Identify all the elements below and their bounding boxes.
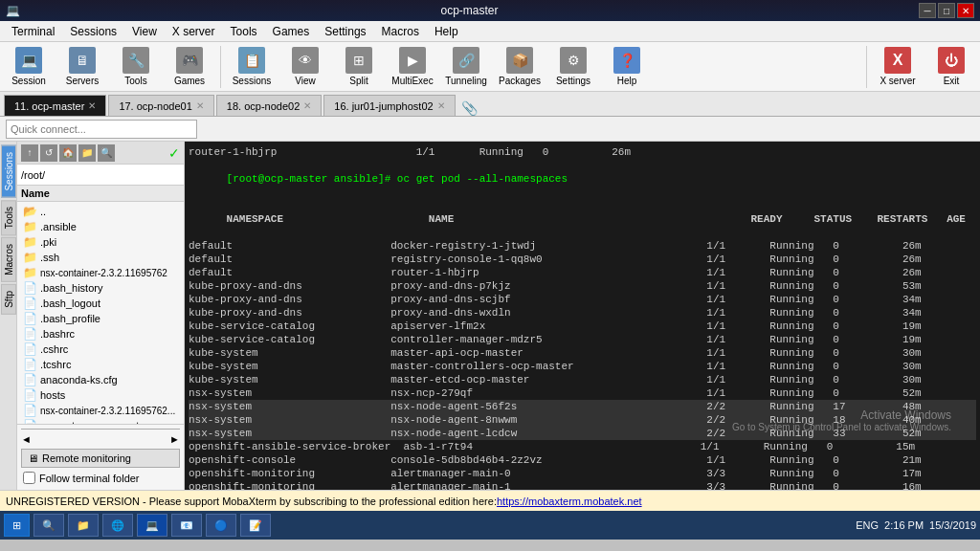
file-bash-profile-icon: 📄 <box>23 312 37 325</box>
toolbar: 💻 Session 🖥 Servers 🔧 Tools 🎮 Games 📋 Se… <box>0 42 980 92</box>
tab-ocp-node01-label: 17. ocp-node01 <box>119 100 191 112</box>
term-line-6: kube-proxy-and-dns proxy-and-dns-p7kjz 1… <box>189 279 976 293</box>
toolbar-packages[interactable]: 📦 Packages <box>495 45 545 88</box>
tree-item-nsx-container-file[interactable]: 📄 nsx-container-2.3.2.11695762... <box>19 403 182 418</box>
maximize-button[interactable]: □ <box>938 3 955 18</box>
follow-folder-checkbox[interactable] <box>23 472 35 484</box>
tab-ocp-node01[interactable]: 17. ocp-node01 ✕ <box>108 95 213 116</box>
file-anaconda-icon: 📄 <box>23 373 37 386</box>
menu-macros[interactable]: Macros <box>374 23 427 40</box>
tools-icon: 🔧 <box>122 47 149 74</box>
toolbar-sessions[interactable]: 📋 Sessions <box>227 45 277 88</box>
left-tab-sftp[interactable]: Sftp <box>1 284 16 315</box>
menu-bar: Terminal Sessions View X server Tools Ga… <box>0 21 980 42</box>
left-tab-macros[interactable]: Macros <box>1 237 16 282</box>
minimize-button[interactable]: ─ <box>919 3 936 18</box>
menu-games[interactable]: Games <box>265 23 318 40</box>
toolbar-xserver[interactable]: X X server <box>873 45 923 88</box>
tab-ocp-node02-close[interactable]: ✕ <box>303 100 311 111</box>
term-line-nsx-agent2: nsx-system nsx-node-agent-8nwwm 2/2 Runn… <box>189 413 976 427</box>
toolbar-multiexec[interactable]: ▶ MultiExec <box>388 45 437 88</box>
toolbar-servers[interactable]: 🖥 Servers <box>57 45 107 88</box>
sidebar-up-btn[interactable]: ↑ <box>21 144 38 162</box>
app1-button[interactable]: 🔵 <box>206 514 236 537</box>
multiexec-icon: ▶ <box>399 47 426 74</box>
term-line-12: kube-system master-controllers-ocp-maste… <box>189 360 976 373</box>
editor-button[interactable]: 📝 <box>240 514 271 537</box>
menu-settings[interactable]: Settings <box>317 23 373 40</box>
follow-folder-label: Follow terminal folder <box>39 473 140 484</box>
toolbar-exit[interactable]: ⏻ Exit <box>926 45 976 88</box>
term-line-9: kube-service-catalog apiserver-lfm2x 1/1… <box>189 320 976 333</box>
toolbar-tunneling[interactable]: 🔗 Tunneling <box>441 45 491 88</box>
new-tab-icon[interactable]: 📎 <box>461 100 478 116</box>
sidebar-filter-btn[interactable]: 🔍 <box>98 144 115 162</box>
scroll-right-icon[interactable]: ► <box>169 433 180 445</box>
tab-ocp-master[interactable]: 11. ocp-master ✕ <box>4 95 106 116</box>
terminal-area[interactable]: router-1-hbjrp 1/1 Running 0 26m [root@o… <box>185 142 980 490</box>
menu-view[interactable]: View <box>124 23 165 40</box>
tab-ocp-node01-close[interactable]: ✕ <box>196 100 204 111</box>
remote-monitoring-button[interactable]: 🖥 Remote monitoring <box>21 449 180 468</box>
left-tab-tools[interactable]: Tools <box>1 200 16 235</box>
tree-item-anaconda[interactable]: 📄 anaconda-ks.cfg <box>19 372 182 387</box>
tree-item-bashrc[interactable]: 📄 .bashrc <box>19 326 182 342</box>
menu-terminal[interactable]: Terminal <box>4 23 62 40</box>
sidebar-newfolder-btn[interactable]: 📁 <box>78 144 96 162</box>
toolbar-split[interactable]: ⊞ Split <box>334 45 384 88</box>
tray-lang: ENG <box>856 519 879 531</box>
sidebar-home-btn[interactable]: 🏠 <box>59 144 77 162</box>
split-label: Split <box>349 76 368 86</box>
quick-connect-input[interactable] <box>6 120 197 139</box>
view-label: View <box>295 76 316 86</box>
menu-help[interactable]: Help <box>427 23 466 40</box>
tree-item-ssh[interactable]: 📁 .ssh <box>19 250 182 265</box>
tree-item-nsx-container[interactable]: 📁 nsx-container-2.3.2.11695762 <box>19 265 182 280</box>
terminal1-button[interactable]: 💻 <box>137 514 167 537</box>
tree-item-root[interactable]: 📂 .. <box>19 204 182 219</box>
games-label: Games <box>174 76 205 86</box>
toolbar-help[interactable]: ❓ Help <box>602 45 652 88</box>
tree-item-bash-profile[interactable]: 📄 .bash_profile <box>19 311 182 326</box>
xserver-icon: X <box>884 47 911 74</box>
menu-sessions[interactable]: Sessions <box>62 23 124 40</box>
tree-item-bash-logout[interactable]: 📄 .bash_logout <box>19 296 182 311</box>
browser-button[interactable]: 🌐 <box>102 514 133 537</box>
close-button[interactable]: ✕ <box>957 3 974 18</box>
sidebar-refresh-btn[interactable]: ↺ <box>40 144 57 162</box>
toolbar-tools[interactable]: 🔧 Tools <box>111 45 161 88</box>
toolbar-settings[interactable]: ⚙ Settings <box>548 45 598 88</box>
menu-xserver[interactable]: X server <box>165 23 223 40</box>
file-explorer-button[interactable]: 📁 <box>68 514 99 537</box>
term-line-4: default registry-console-1-qq8w0 1/1 Run… <box>189 253 976 266</box>
settings-label: Settings <box>556 76 590 86</box>
email-button[interactable]: 📧 <box>171 514 202 537</box>
file-hosts-icon: 📄 <box>23 388 37 402</box>
tree-item-tcshrc[interactable]: 📄 .tcshrc <box>19 357 182 372</box>
tab-jumphost02-label: 16. jur01-jumphost02 <box>334 100 433 112</box>
status-link[interactable]: https://mobaxterm.mobatek.net <box>497 496 642 507</box>
scroll-left-icon[interactable]: ◄ <box>21 433 32 445</box>
file-nsx-container-icon: 📄 <box>23 404 37 417</box>
tree-item-pki[interactable]: 📁 .pki <box>19 234 182 250</box>
tree-item-bash-history[interactable]: 📄 .bash_history <box>19 280 182 296</box>
tab-ocp-master-close[interactable]: ✕ <box>88 100 96 111</box>
tree-item-ansible[interactable]: 📁 .ansible <box>19 219 182 234</box>
term-line-asb: openshift-ansible-service-broker asb-1-r… <box>189 440 976 453</box>
file-bash-logout-icon: 📄 <box>23 297 37 310</box>
term-line-13: kube-system master-etcd-ocp-master 1/1 R… <box>189 373 976 386</box>
tab-ocp-node02[interactable]: 18. ocp-node02 ✕ <box>216 95 322 116</box>
toolbar-session[interactable]: 💻 Session <box>4 45 54 88</box>
term-line-console: openshift-console console-5db8bd46b4-2z2… <box>189 453 976 467</box>
toolbar-games[interactable]: 🎮 Games <box>165 45 214 88</box>
tree-item-hosts[interactable]: 📄 hosts <box>19 387 182 403</box>
menu-tools[interactable]: Tools <box>223 23 265 40</box>
search-button[interactable]: 🔍 <box>33 514 64 537</box>
tab-jumphost02[interactable]: 16. jur01-jumphost02 ✕ <box>323 95 455 116</box>
term-line-8: kube-proxy-and-dns proxy-and-dns-wxdln 1… <box>189 306 976 320</box>
left-tab-sessions[interactable]: Sessions <box>1 145 16 198</box>
tab-jumphost02-close[interactable]: ✕ <box>437 100 445 111</box>
toolbar-view[interactable]: 👁 View <box>280 45 330 88</box>
tree-item-cshrc[interactable]: 📄 .cshrc <box>19 342 182 357</box>
start-button[interactable]: ⊞ <box>4 514 30 537</box>
